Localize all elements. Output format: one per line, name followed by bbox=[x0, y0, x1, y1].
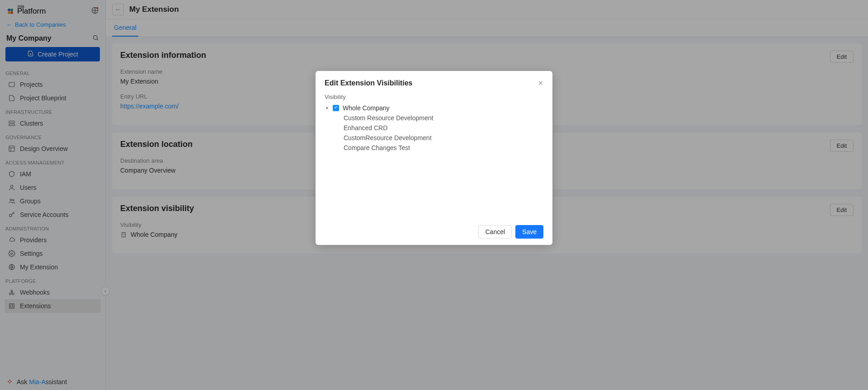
tree-node-child[interactable]: CustomResource Development bbox=[325, 133, 543, 143]
caret-down-icon[interactable]: ▾ bbox=[325, 106, 329, 110]
tree-node-child[interactable]: Enhanced CRD bbox=[325, 123, 543, 133]
visibility-tree: ▾ Whole Company Custom Resource Developm… bbox=[325, 103, 543, 153]
modal-title: Edit Extension Visibilities bbox=[325, 79, 412, 87]
modal-section-label: Visibility bbox=[325, 94, 543, 100]
tree-label: Whole Company bbox=[343, 104, 390, 112]
cancel-button[interactable]: Cancel bbox=[478, 225, 512, 239]
save-button[interactable]: Save bbox=[515, 225, 543, 239]
close-icon[interactable]: ✕ bbox=[538, 80, 543, 87]
tree-node-child[interactable]: Custom Resource Development bbox=[325, 113, 543, 123]
modal-edit-visibilities: Edit Extension Visibilities ✕ Visibility… bbox=[316, 71, 552, 245]
tree-node-child[interactable]: Compare Changes Test bbox=[325, 143, 543, 153]
checkbox-whole-company[interactable] bbox=[333, 105, 339, 111]
tree-node-whole-company[interactable]: ▾ Whole Company bbox=[325, 103, 543, 113]
